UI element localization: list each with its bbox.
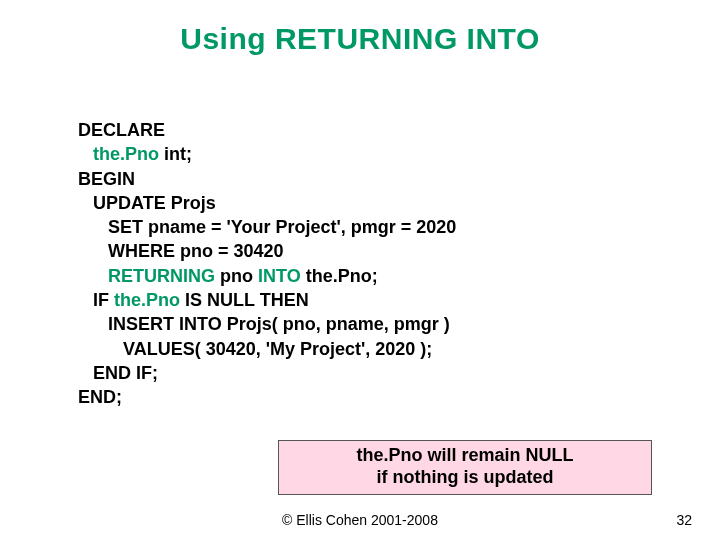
code-line-2-indent	[78, 144, 93, 164]
callout-line-2: if nothing is updated	[377, 467, 554, 487]
code-line-7-mid: pno	[215, 266, 258, 286]
code-line-8-post: IS NULL THEN	[180, 290, 309, 310]
code-line-3: BEGIN	[78, 169, 135, 189]
code-line-4: UPDATE Projs	[78, 193, 216, 213]
code-line-8-pre: IF	[78, 290, 114, 310]
code-line-2-post: int;	[159, 144, 192, 164]
slide-title: Using RETURNING INTO	[0, 22, 720, 56]
code-keyword-thepno: the.Pno	[93, 144, 159, 164]
code-keyword-thepno-2: the.Pno	[114, 290, 180, 310]
code-line-9: INSERT INTO Projs( pno, pname, pmgr )	[78, 314, 450, 334]
page-number: 32	[676, 512, 692, 528]
code-line-10: VALUES( 30420, 'My Project', 2020 );	[78, 339, 432, 359]
code-line-1: DECLARE	[78, 120, 165, 140]
code-line-11: END IF;	[78, 363, 158, 383]
copyright-text: © Ellis Cohen 2001-2008	[0, 512, 720, 528]
callout-box: the.Pno will remain NULL if nothing is u…	[278, 440, 652, 495]
code-line-12: END;	[78, 387, 122, 407]
code-line-7-post: the.Pno;	[301, 266, 378, 286]
code-block: DECLARE the.Pno int; BEGIN UPDATE Projs …	[78, 118, 456, 410]
callout-line-1: the.Pno will remain NULL	[356, 445, 573, 465]
code-keyword-into: INTO	[258, 266, 301, 286]
code-keyword-returning: RETURNING	[108, 266, 215, 286]
code-line-5: SET pname = 'Your Project', pmgr = 2020	[78, 217, 456, 237]
code-line-6: WHERE pno = 30420	[78, 241, 284, 261]
code-line-7-indent	[78, 266, 108, 286]
